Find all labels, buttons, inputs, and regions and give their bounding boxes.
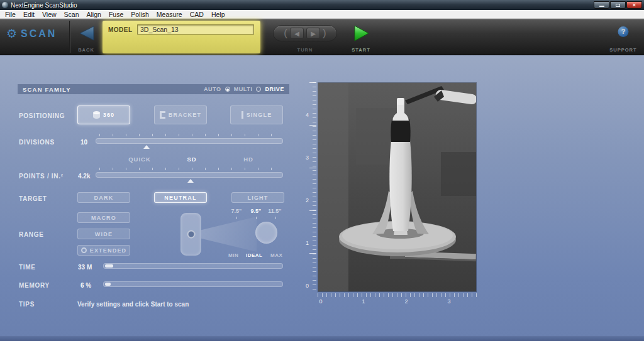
menu-help[interactable]: Help — [208, 10, 229, 19]
points-ticks — [99, 168, 280, 170]
positioning-single-button[interactable]: SINGLE — [230, 106, 283, 124]
menu-cad[interactable]: CAD — [186, 10, 208, 19]
mode-multi-label[interactable]: MULTI — [234, 86, 253, 92]
divisions-value: 10 — [80, 139, 87, 146]
v-ruler-0: 0 — [303, 283, 309, 289]
menu-edit[interactable]: Edit — [19, 10, 38, 19]
menu-scan[interactable]: Scan — [60, 10, 83, 19]
scan-family-title: SCAN FAMILY — [23, 86, 204, 93]
positioning-360-button[interactable]: 360 — [77, 106, 130, 124]
minimize-button[interactable] — [594, 1, 609, 9]
divisions-slider-thumb[interactable] — [143, 145, 150, 149]
menu-fuse[interactable]: Fuse — [105, 10, 127, 19]
v-ruler-3: 3 — [303, 154, 309, 161]
macro-button[interactable]: MACRO — [77, 212, 130, 223]
start-button[interactable]: START — [346, 21, 376, 54]
points-value: 4.2k — [78, 173, 90, 180]
model-name-input[interactable] — [137, 24, 254, 35]
back-arrow-icon — [77, 25, 95, 41]
turn-label: TURN — [267, 47, 343, 53]
back-button[interactable]: BACK — [72, 21, 101, 54]
app-icon — [2, 2, 8, 8]
tips-label: TIPS — [19, 301, 35, 308]
range-scanner-graphic — [180, 213, 201, 256]
range-wide-button[interactable]: WIDE — [77, 229, 130, 239]
quality-hd-label[interactable]: HD — [239, 156, 258, 163]
target-neutral-button[interactable]: NEUTRAL — [154, 192, 207, 203]
h-ruler-2: 2 — [403, 298, 409, 305]
turn-bracket-right: ) — [323, 28, 326, 38]
back-label: BACK — [72, 47, 101, 53]
turn-bracket-left: ( — [284, 28, 287, 38]
memory-bar-handle[interactable] — [105, 283, 111, 286]
wide-label: WIDE — [95, 231, 113, 237]
v-ruler-2: 2 — [303, 197, 309, 203]
cylinder-360-icon — [93, 111, 100, 119]
mode-multi-radio[interactable] — [256, 87, 261, 92]
memory-bar[interactable] — [103, 281, 283, 287]
target-light-button[interactable]: LIGHT — [231, 192, 284, 203]
time-bar[interactable] — [103, 263, 283, 269]
mode-auto-label[interactable]: AUTO — [204, 86, 221, 92]
menubar: File Edit View Scan Align Fuse Polish Me… — [0, 10, 644, 19]
mode-drive-label[interactable]: DRIVE — [265, 86, 284, 92]
maximize-button[interactable] — [610, 1, 626, 9]
single-icon — [242, 111, 243, 119]
target-neutral-label: NEUTRAL — [164, 195, 196, 201]
range-target-circle — [255, 222, 277, 244]
target-dark-label: DARK — [94, 195, 114, 201]
points-label: POINTS / IN.² — [19, 173, 64, 180]
macro-label: MACRO — [91, 215, 116, 221]
points-slider-thumb[interactable] — [187, 179, 194, 183]
positioning-bracket-button[interactable]: BRACKET — [154, 106, 207, 124]
divisions-ticks — [99, 134, 280, 136]
distance-7-5-label[interactable]: 7.5" — [226, 208, 247, 214]
extended-icon — [81, 247, 87, 253]
range-ideal-label: IDEAL — [246, 252, 263, 258]
model-highlight-box: MODEL — [103, 21, 260, 53]
target-dark-button[interactable]: DARK — [77, 192, 130, 203]
mode-auto-radio[interactable] — [225, 87, 230, 92]
turn-right-button[interactable]: ▶ — [306, 28, 320, 39]
distance-tick — [275, 217, 276, 219]
turn-control-group: ( ◀ ▶ ) TURN — [267, 21, 343, 54]
start-play-icon — [352, 24, 370, 42]
close-button[interactable]: × — [626, 1, 642, 9]
extended-label: EXTENDED — [90, 247, 127, 254]
time-label: TIME — [19, 264, 36, 271]
menu-align[interactable]: Align — [83, 10, 105, 19]
support-button[interactable]: ? SUPPORT — [606, 21, 640, 54]
toolbar: ⚙ SCAN BACK MODEL ( ◀ ▶ ) TURN — [0, 19, 644, 55]
target-label: TARGET — [19, 195, 47, 202]
range-extended-button[interactable]: EXTENDED — [77, 245, 130, 256]
distance-11-5-label[interactable]: 11.5" — [265, 208, 285, 214]
window-bottom-frame — [0, 337, 644, 341]
menu-view[interactable]: View — [38, 10, 60, 19]
quality-quick-label[interactable]: QUICK — [126, 156, 153, 163]
turn-control: ( ◀ ▶ ) — [273, 25, 337, 41]
tips-text: Verify settings and click Start to scan — [77, 301, 189, 308]
quality-sd-label[interactable]: SD — [182, 156, 201, 163]
menu-measure[interactable]: Measure — [153, 10, 186, 19]
camera-preview[interactable] — [318, 82, 477, 292]
distance-9-5-label[interactable]: 9.5" — [246, 208, 266, 214]
main-panel: SCAN FAMILY AUTO MULTI DRIVE POSITIONING… — [0, 55, 644, 341]
range-max-label: MAX — [270, 252, 282, 258]
time-value: 33 M — [78, 264, 92, 271]
menu-file[interactable]: File — [1, 10, 19, 19]
range-beam-graphic — [201, 217, 257, 252]
window-title: NextEngine ScanStudio — [11, 2, 594, 9]
turn-left-button[interactable]: ◀ — [290, 28, 304, 39]
titlebar: NextEngine ScanStudio × — [0, 0, 644, 10]
gear-icon: ⚙ — [6, 28, 17, 40]
points-slider[interactable] — [96, 172, 283, 178]
divisions-label: DIVISIONS — [19, 139, 55, 146]
v-ruler-1: 1 — [303, 240, 309, 246]
memory-label: MEMORY — [19, 282, 50, 289]
divisions-slider[interactable] — [96, 138, 283, 144]
v-ruler-4: 4 — [303, 112, 309, 118]
horizontal-ruler — [318, 293, 477, 297]
model-label: MODEL — [108, 26, 133, 33]
menu-polish[interactable]: Polish — [127, 10, 153, 19]
time-bar-handle[interactable] — [105, 264, 113, 268]
